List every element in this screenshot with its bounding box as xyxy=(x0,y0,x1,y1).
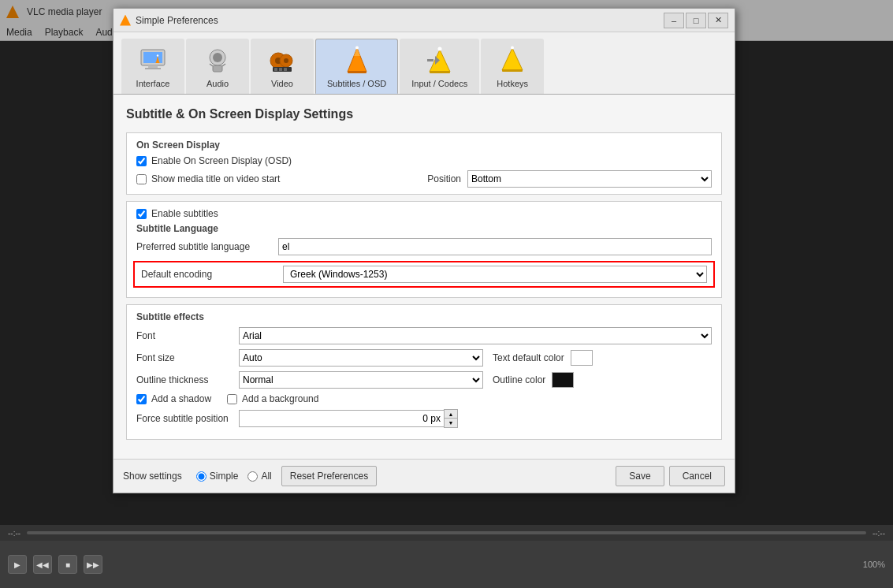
dialog-titlebar: Simple Preferences – □ ✕ xyxy=(113,9,735,32)
play-button[interactable]: ▶ xyxy=(8,555,27,574)
force-position-label: Force subtitle position xyxy=(136,413,239,424)
tab-audio[interactable]: Audio xyxy=(186,39,249,94)
default-encoding-highlighted-row: Default encoding Greek (Windows-1253) De… xyxy=(133,261,715,288)
default-encoding-select[interactable]: Greek (Windows-1253) Default UTF-8 Latin… xyxy=(283,266,707,283)
osd-section: On Screen Display Enable On Screen Displ… xyxy=(126,132,722,195)
enable-subtitles-row: Enable subtitles xyxy=(136,208,712,219)
font-select[interactable]: Arial Helvetica Times New Roman xyxy=(239,327,712,344)
hotkeys-icon xyxy=(496,44,529,77)
enable-osd-checkbox[interactable] xyxy=(136,156,147,166)
tab-hotkeys[interactable]: Hotkeys xyxy=(481,39,544,94)
spinner-down[interactable]: ▼ xyxy=(445,419,457,427)
subtitle-language-header: Subtitle Language xyxy=(136,223,712,234)
enable-osd-label: Enable On Screen Display (OSD) xyxy=(151,155,292,166)
svg-marker-29 xyxy=(502,48,523,70)
stop-button[interactable]: ■ xyxy=(58,555,77,574)
tab-video[interactable]: Video xyxy=(251,39,314,94)
minimize-button[interactable]: – xyxy=(664,13,684,28)
svg-rect-5 xyxy=(156,62,160,64)
position-group: Position Bottom Top Left Right Center xyxy=(427,170,712,188)
outline-color-swatch[interactable] xyxy=(552,372,574,388)
tab-subtitles-label: Subtitles / OSD xyxy=(327,79,386,88)
svg-rect-9 xyxy=(213,65,222,72)
tab-video-label: Video xyxy=(271,79,293,88)
svg-rect-27 xyxy=(427,59,433,61)
svg-point-30 xyxy=(511,47,514,50)
tab-input[interactable]: Input / Codecs xyxy=(400,39,479,94)
font-label: Font xyxy=(136,330,239,341)
all-radio-label: All xyxy=(261,471,271,482)
default-encoding-label: Default encoding xyxy=(141,269,283,280)
dialog-action-buttons: Save Cancel xyxy=(616,466,725,486)
simple-radio-label: Simple xyxy=(210,471,239,482)
tab-hotkeys-label: Hotkeys xyxy=(497,79,528,88)
window-controls: – □ ✕ xyxy=(664,13,728,28)
show-media-title-row: Show media title on video start xyxy=(136,173,280,184)
input-icon xyxy=(423,44,456,77)
video-icon xyxy=(266,44,299,77)
svg-point-8 xyxy=(213,53,222,62)
spinner-up[interactable]: ▲ xyxy=(445,410,457,419)
force-position-row: Force subtitle position ▲ ▼ xyxy=(136,409,712,428)
text-default-color-label: Text default color xyxy=(493,352,564,363)
show-media-checkbox[interactable] xyxy=(136,174,147,184)
text-color-swatch[interactable] xyxy=(571,350,593,366)
save-button[interactable]: Save xyxy=(616,466,664,486)
svg-point-25 xyxy=(437,47,441,51)
add-background-label: Add a background xyxy=(242,393,318,404)
add-background-row: Add a background xyxy=(227,393,318,404)
prev-button[interactable]: ◀◀ xyxy=(33,555,52,574)
shadow-background-row: Add a shadow Add a background xyxy=(136,393,712,404)
reset-preferences-button[interactable]: Reset Preferences xyxy=(281,466,377,486)
svg-point-15 xyxy=(284,58,288,63)
show-media-label: Show media title on video start xyxy=(151,173,280,184)
all-radio[interactable] xyxy=(247,471,258,482)
effects-section-body: Subtitle effects Font Arial Helvetica Ti… xyxy=(127,305,721,439)
audio-icon xyxy=(201,44,234,77)
tab-interface[interactable]: Interface xyxy=(121,39,184,94)
timeline-bar[interactable] xyxy=(27,531,866,534)
simple-preferences-dialog: Simple Preferences – □ ✕ xyxy=(113,8,735,493)
enable-subtitles-checkbox[interactable] xyxy=(136,209,147,219)
force-position-input[interactable] xyxy=(239,410,444,427)
svg-rect-19 xyxy=(284,68,287,71)
tab-interface-label: Interface xyxy=(136,79,170,88)
add-background-checkbox[interactable] xyxy=(227,394,237,404)
dialog-icon xyxy=(120,15,131,26)
position-label: Position xyxy=(427,173,461,184)
font-size-select[interactable]: Auto Small Normal Large xyxy=(239,349,483,367)
subtitles-icon xyxy=(340,44,374,77)
add-shadow-checkbox[interactable] xyxy=(136,394,147,404)
subtitles-section-body: Enable subtitles Subtitle Language Prefe… xyxy=(127,202,721,297)
svg-line-11 xyxy=(222,64,225,66)
volume-display: 100% xyxy=(863,560,885,569)
preferred-language-label: Preferred subtitle language xyxy=(136,241,278,252)
svg-rect-26 xyxy=(430,71,450,73)
cancel-button[interactable]: Cancel xyxy=(669,466,725,486)
next-button[interactable]: ▶▶ xyxy=(84,555,102,574)
outline-color-label: Outline color xyxy=(493,374,545,385)
font-size-label: Font size xyxy=(136,352,239,363)
osd-section-body: On Screen Display Enable On Screen Displ… xyxy=(127,133,721,194)
svg-line-10 xyxy=(210,64,213,66)
outline-thickness-select[interactable]: None Thin Normal Thick xyxy=(239,371,483,389)
svg-rect-3 xyxy=(145,68,161,69)
svg-rect-31 xyxy=(502,69,523,72)
position-select[interactable]: Bottom Top Left Right Center xyxy=(467,170,712,188)
force-position-spinner: ▲ ▼ xyxy=(239,409,458,428)
page-title: Subtitle & On Screen Display Settings xyxy=(126,107,722,121)
svg-rect-2 xyxy=(148,65,158,68)
font-size-row: Font size Auto Small Normal Large Text d… xyxy=(136,349,712,367)
svg-rect-23 xyxy=(348,71,367,73)
add-shadow-row: Add a shadow xyxy=(136,393,211,404)
tab-subtitles[interactable]: Subtitles / OSD xyxy=(315,39,398,94)
tab-input-label: Input / Codecs xyxy=(411,79,467,88)
close-button[interactable]: ✕ xyxy=(708,13,728,28)
simple-radio[interactable] xyxy=(196,471,207,482)
dialog-title: Simple Preferences xyxy=(136,15,664,26)
preferred-language-input[interactable] xyxy=(278,238,712,255)
maximize-button[interactable]: □ xyxy=(686,13,706,28)
osd-header: On Screen Display xyxy=(136,140,712,151)
interface-icon xyxy=(136,44,169,77)
simple-radio-row: Simple xyxy=(196,471,239,482)
